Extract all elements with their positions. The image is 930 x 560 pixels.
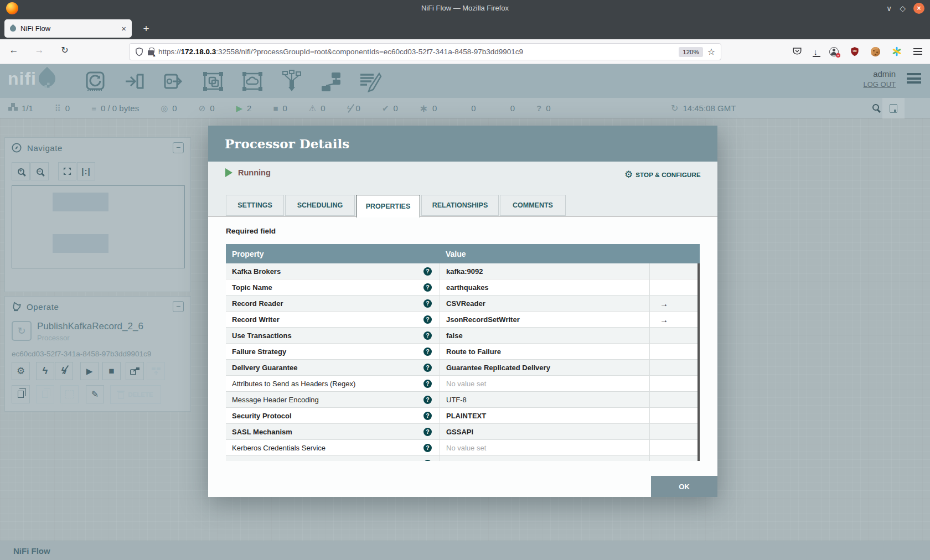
url-scheme: https:// <box>158 48 181 56</box>
browser-tab[interactable]: NiFi Flow × <box>4 19 132 38</box>
properties-table-header: Property Value <box>226 244 700 263</box>
funnel-component-icon[interactable] <box>280 70 304 93</box>
help-icon[interactable]: ? <box>423 315 432 324</box>
ok-button[interactable]: OK <box>651 476 717 497</box>
stop-and-configure-button[interactable]: ⚙ STOP & CONFIGURE <box>624 169 701 180</box>
help-icon[interactable]: ? <box>423 396 432 404</box>
ublock-shield-icon[interactable]: U0 <box>850 46 859 56</box>
tab-close-icon[interactable]: × <box>121 24 126 33</box>
help-icon[interactable]: ? <box>423 412 432 420</box>
table-row[interactable]: SASL Mechanism? GSSAPI <box>226 424 700 440</box>
help-icon[interactable]: ? <box>423 364 432 372</box>
process-group-component-icon[interactable] <box>201 70 225 93</box>
go-to-service-icon[interactable]: → <box>650 312 700 327</box>
url-bar[interactable]: https://172.18.0.3:32558/nifi/?processGr… <box>129 43 721 60</box>
logout-link[interactable]: LOG OUT <box>863 80 896 89</box>
url-host: 172.18.0.3 <box>181 48 216 56</box>
table-row[interactable]: Security Protocol? PLAINTEXT <box>226 408 700 424</box>
processor-details-dialog: Processor Details Running ⚙ STOP & CONFI… <box>208 126 717 497</box>
table-row[interactable]: Kerberos Credentials Service? No value s… <box>226 440 700 456</box>
zoom-in-button[interactable]: + <box>12 162 30 180</box>
table-row[interactable]: Failure Strategy? Route to Failure <box>226 344 700 360</box>
firefox-menu-icon[interactable] <box>913 48 922 55</box>
downloads-icon[interactable]: ↓ <box>814 47 818 56</box>
table-row[interactable]: Topic Name? earthquakes <box>226 279 700 295</box>
label-component-icon[interactable] <box>358 70 383 93</box>
enable-button[interactable]: ϟ <box>36 362 54 380</box>
shield-icon[interactable] <box>135 47 143 56</box>
up-to-date-icon: ✔ <box>382 104 389 112</box>
window-restore-icon[interactable]: ◇ <box>900 4 906 12</box>
reload-button[interactable]: ↻ <box>58 45 72 55</box>
table-row[interactable]: Use Transactions? false <box>226 328 700 344</box>
go-to-service-icon[interactable]: → <box>650 295 700 311</box>
breadcrumb[interactable]: NiFi Flow <box>13 546 50 556</box>
table-scrollbar[interactable] <box>698 263 700 461</box>
account-icon[interactable]: × <box>829 47 839 56</box>
tab-relationships[interactable]: RELATIONSHIPS <box>421 195 499 216</box>
nifi-status-bar: 1/1 ⠿0 ≡0 / 0 bytes ◎0 ⊘0 ▶2 ■0 ⚠0 ϟ0 ✔0… <box>0 98 930 118</box>
bulletin-panel-button[interactable] <box>882 98 905 118</box>
forward-button[interactable]: → <box>32 45 46 56</box>
lock-warning-icon[interactable] <box>148 50 154 55</box>
navigate-collapse-button[interactable]: − <box>173 142 184 153</box>
start-button[interactable]: ▶ <box>80 362 99 380</box>
stop-button[interactable]: ■ <box>102 362 121 380</box>
window-title: NiFi Flow — Mozilla Firefox <box>0 4 930 12</box>
help-icon[interactable]: ? <box>423 299 432 308</box>
template-component-icon[interactable] <box>319 70 343 93</box>
stat-active-threads: ⠿0 <box>55 103 70 113</box>
help-icon[interactable]: ? <box>423 267 432 276</box>
help-icon[interactable]: ? <box>423 380 432 388</box>
tab-comments[interactable]: COMMENTS <box>500 195 566 216</box>
tab-scheduling[interactable]: SCHEDULING <box>285 195 355 216</box>
birdseye-minimap[interactable] <box>12 185 185 268</box>
new-tab-button[interactable]: + <box>138 21 154 37</box>
zoom-fit-button[interactable] <box>58 162 76 180</box>
processor-component-icon[interactable] <box>83 70 107 93</box>
copy-button[interactable] <box>12 385 30 403</box>
help-icon[interactable]: ? <box>423 348 432 356</box>
tab-settings[interactable]: SETTINGS <box>226 195 284 216</box>
transmitting-icon: ◎ <box>161 104 168 112</box>
help-icon[interactable]: ? <box>423 428 432 436</box>
output-port-component-icon[interactable] <box>162 70 186 93</box>
search-icon[interactable] <box>872 104 879 111</box>
help-icon[interactable]: ? <box>423 444 432 452</box>
back-button[interactable]: ← <box>7 45 21 56</box>
stat-sync-failure: ?0 <box>536 103 551 113</box>
configure-button[interactable]: ⚙ <box>12 362 30 380</box>
color-button[interactable]: ✎ <box>86 385 104 403</box>
flow-canvas[interactable]: Navigate − + − |:| Operate − ↻ PublishKa… <box>0 118 930 560</box>
help-icon[interactable]: ? <box>423 283 432 292</box>
input-port-component-icon[interactable] <box>122 70 147 93</box>
table-row[interactable]: Record Writer? JsonRecordSetWriter → <box>226 312 700 328</box>
url-text[interactable]: https://172.18.0.3:32558/nifi/?processGr… <box>158 48 674 56</box>
zoom-out-button[interactable]: − <box>30 162 49 180</box>
window-close-button[interactable]: × <box>913 3 924 14</box>
table-row[interactable]: Record Reader? CSVReader → <box>226 295 700 312</box>
table-row[interactable]: Attributes to Send as Headers (Regex)? N… <box>226 376 700 392</box>
cookie-icon[interactable] <box>871 47 880 56</box>
operate-collapse-button[interactable]: − <box>173 301 184 312</box>
pocket-icon[interactable] <box>792 46 802 56</box>
bookmark-star-icon[interactable]: ☆ <box>707 46 715 57</box>
disable-button[interactable]: ϟ <box>55 362 73 380</box>
table-row[interactable]: Kafka Brokers? kafka:9092 <box>226 263 700 279</box>
save-flow-version-button[interactable] <box>126 362 144 380</box>
window-minimize-icon[interactable]: ∨ <box>886 4 892 12</box>
table-row[interactable]: Delivery Guarantee? Guarantee Replicated… <box>226 360 700 376</box>
remote-process-group-component-icon[interactable] <box>240 70 265 93</box>
tab-properties[interactable]: PROPERTIES <box>356 195 420 217</box>
running-icon: ▶ <box>236 104 243 112</box>
hand-icon <box>12 302 21 312</box>
nifi-global-menu-icon[interactable] <box>907 73 921 84</box>
refresh-icon[interactable]: ↻ <box>671 103 678 113</box>
colorful-asterisk-icon[interactable] <box>892 46 902 56</box>
zoom-actual-button[interactable]: |:| <box>77 162 95 180</box>
table-row[interactable]: Message Header Encoding? UTF-8 <box>226 392 700 408</box>
revert-flow-version-button <box>147 362 165 380</box>
selected-component-type: Processor <box>37 334 70 342</box>
help-icon[interactable]: ? <box>423 331 432 340</box>
page-zoom-badge[interactable]: 120% <box>679 47 702 57</box>
